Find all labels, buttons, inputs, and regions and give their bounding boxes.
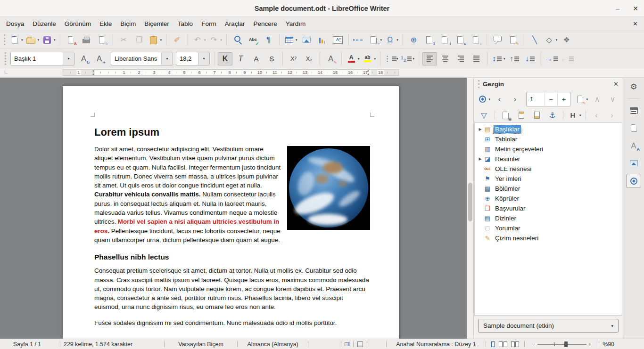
- active-document-select[interactable]: Sample document (etkin) ▾: [478, 319, 619, 333]
- line-spacing-button-dropdown[interactable]: ▾: [504, 57, 505, 61]
- close-button[interactable]: ✕: [633, 5, 638, 12]
- navigator-item-metin-cerceveleri[interactable]: ▥Metin çerçeveleri: [475, 144, 622, 154]
- page-count-status[interactable]: Sayfa 1 / 1: [13, 341, 57, 348]
- ordered-list-button[interactable]: ¹₂▾: [400, 52, 416, 65]
- insert-footnote-button[interactable]: 1: [422, 33, 437, 47]
- minimize-button[interactable]: –: [616, 5, 619, 12]
- page-plus-button[interactable]: +: [557, 92, 570, 106]
- toolbar-grip[interactable]: [4, 34, 5, 45]
- gallery-tab[interactable]: [627, 156, 641, 170]
- basic-shapes-button-dropdown[interactable]: ▾: [556, 38, 558, 42]
- zoom-slider[interactable]: − +: [530, 341, 594, 348]
- navigator-item-bolumler[interactable]: ▤Bölümler: [475, 184, 622, 194]
- align-justify-button[interactable]: [469, 52, 484, 65]
- menu-araclar[interactable]: Araçlar: [221, 18, 249, 29]
- page-number-input[interactable]: 1: [527, 92, 545, 106]
- styles-tab[interactable]: AA: [627, 139, 641, 152]
- print-button[interactable]: [79, 33, 94, 47]
- save-button-dropdown[interactable]: ▾: [54, 38, 56, 42]
- ordered-list-button-dropdown[interactable]: ▾: [413, 57, 415, 61]
- menu-bicemler[interactable]: Biçemler: [140, 18, 173, 29]
- next-page-button[interactable]: ›: [508, 93, 522, 106]
- outline-status[interactable]: Anahat Numaralama : Düzey 1: [390, 341, 482, 348]
- zoom-out-button[interactable]: −: [530, 341, 537, 348]
- menu-dosya[interactable]: Dosya: [2, 18, 28, 29]
- menu-ekle[interactable]: Ekle: [95, 18, 116, 29]
- increase-indent-button[interactable]: →: [545, 52, 559, 65]
- menu-tablo[interactable]: Tablo: [173, 18, 197, 29]
- hyperlink-button[interactable]: ⊕: [406, 33, 421, 47]
- insert-comment-button[interactable]: [490, 33, 505, 47]
- open-button-dropdown[interactable]: ▾: [38, 38, 40, 42]
- open-button[interactable]: ▾: [25, 33, 41, 47]
- save-status-icon[interactable]: [357, 341, 363, 348]
- font-size-dropdown[interactable]: ▾: [198, 52, 209, 65]
- zoom-value-status[interactable]: %90: [603, 341, 614, 348]
- close-document-button[interactable]: ✕: [633, 20, 638, 27]
- unordered-list-button-dropdown[interactable]: ▾: [396, 57, 398, 61]
- save-button[interactable]: ▾: [41, 33, 57, 47]
- subscript-button[interactable]: X₂: [302, 52, 316, 65]
- navigate-by-button-dropdown[interactable]: ▾: [488, 97, 490, 101]
- page-tab[interactable]: [627, 122, 641, 135]
- document-area[interactable]: Lorem ipsum: [0, 78, 467, 339]
- insert-field-button-dropdown[interactable]: ▾: [380, 38, 382, 42]
- track-changes-button[interactable]: ✎: [506, 33, 520, 47]
- align-left-button[interactable]: [422, 52, 437, 65]
- insert-mode-status[interactable]: □I: [345, 341, 350, 348]
- menu-duzenle[interactable]: Düzenle: [28, 18, 60, 29]
- font-size-combo[interactable]: 18,2 ▾: [176, 52, 210, 65]
- insert-bookmark-button[interactable]: ▸: [453, 33, 468, 47]
- special-character-button-dropdown[interactable]: ▾: [396, 38, 398, 42]
- navigator-item-yorumlar[interactable]: □Yorumlar: [475, 223, 622, 233]
- heading-levels-button[interactable]: H▾: [567, 109, 582, 122]
- print-preview-button[interactable]: ○: [95, 33, 109, 47]
- anchor-button[interactable]: ⚓: [545, 109, 560, 122]
- drag-mode-button[interactable]: ✎▾: [574, 93, 589, 106]
- clear-formatting-button[interactable]: A✎: [323, 52, 338, 65]
- right-indent-marker[interactable]: ▾▴: [366, 70, 371, 75]
- special-character-button[interactable]: Ω▾: [384, 33, 399, 47]
- paragraph-style-dropdown[interactable]: ▾: [63, 52, 74, 65]
- zoom-thumb[interactable]: [564, 341, 568, 347]
- zoom-track[interactable]: [537, 344, 586, 345]
- menu-form[interactable]: Form: [197, 18, 221, 29]
- previous-page-button[interactable]: ‹: [492, 93, 507, 106]
- insert-table-button-dropdown[interactable]: ▾: [296, 38, 297, 42]
- book-view-button[interactable]: [511, 341, 519, 347]
- strikethrough-button[interactable]: S: [264, 52, 279, 65]
- paste-button[interactable]: ▾: [148, 33, 163, 47]
- left-indent-marker[interactable]: ▾▴: [91, 70, 96, 75]
- header-button[interactable]: [514, 109, 528, 122]
- filter-button[interactable]: ▽: [477, 109, 491, 122]
- export-pdf-button[interactable]: A: [64, 33, 78, 47]
- zoom-in-button[interactable]: +: [586, 341, 594, 348]
- font-name-dropdown[interactable]: ▾: [161, 52, 173, 65]
- highlight-color-button[interactable]: ab▾: [362, 52, 377, 65]
- spelling-button[interactable]: Abc✔: [246, 33, 260, 47]
- insert-endnote-button[interactable]: i: [438, 33, 452, 47]
- insert-chart-button[interactable]: [315, 33, 330, 47]
- navigator-item-tablolar[interactable]: ⊞Tablolar: [475, 134, 622, 144]
- sidebar-settings-tab[interactable]: ⚙: [627, 80, 641, 93]
- insert-field-button[interactable]: −▾: [368, 33, 383, 47]
- tab-stop-selector[interactable]: ∟: [4, 69, 8, 74]
- expand-arrow-icon[interactable]: ▶: [477, 157, 483, 161]
- line-spacing-button[interactable]: ↕▾: [491, 52, 506, 65]
- menu-yardim[interactable]: Yardım: [281, 18, 310, 29]
- menu-gorunum[interactable]: Görünüm: [60, 18, 95, 29]
- font-color-button-dropdown[interactable]: ▾: [358, 57, 360, 61]
- menu-bicim[interactable]: Biçim: [116, 18, 140, 29]
- update-style-button[interactable]: A↻: [76, 52, 91, 65]
- page-break-button[interactable]: [352, 33, 367, 47]
- word-count-status[interactable]: 229 kelime, 1.574 karakter: [64, 341, 161, 348]
- basic-shapes-button[interactable]: ◇▾: [543, 33, 559, 47]
- new-document-button-dropdown[interactable]: ▾: [21, 38, 23, 42]
- cross-reference-button[interactable]: ↓: [469, 33, 483, 47]
- scrollbar-thumb[interactable]: [468, 183, 472, 221]
- find-replace-button[interactable]: [230, 33, 245, 47]
- formatting-marks-button[interactable]: ¶: [261, 33, 276, 47]
- navigator-item-basvurular[interactable]: ❐Başvurular: [475, 203, 622, 213]
- language-status[interactable]: Almanca (Almanya): [241, 341, 305, 348]
- vertical-scrollbar[interactable]: [467, 78, 473, 339]
